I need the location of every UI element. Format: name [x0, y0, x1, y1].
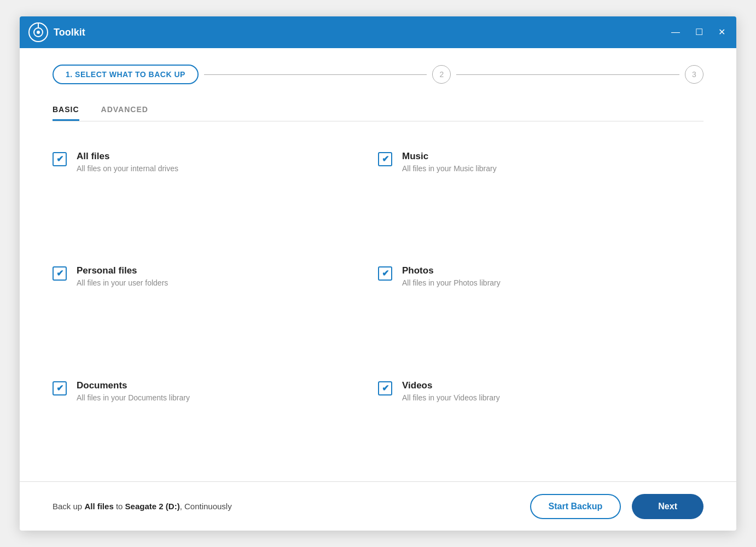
wizard-steps: 1. SELECT WHAT TO BACK UP 2 3: [53, 65, 703, 84]
option-videos-desc: All files in your Videos library: [402, 393, 500, 402]
checkbox-documents[interactable]: ✔: [53, 381, 67, 395]
option-personal-files-title: Personal files: [77, 265, 168, 276]
maximize-button[interactable]: ☐: [693, 26, 705, 39]
tab-bar: BASIC ADVANCED: [53, 100, 703, 121]
footer-middle: to: [114, 502, 125, 511]
option-all-files: ✔ All files All files on your internal d…: [53, 138, 378, 252]
option-documents-desc: All files in your Documents library: [77, 393, 190, 402]
step-1[interactable]: 1. SELECT WHAT TO BACK UP: [53, 65, 199, 84]
option-videos-title: Videos: [402, 380, 500, 391]
option-all-files-desc: All files on your internal drives: [77, 164, 178, 173]
app-title: Toolkit: [54, 27, 669, 38]
checkbox-all-files[interactable]: ✔: [53, 152, 67, 166]
close-button[interactable]: ✕: [716, 26, 728, 39]
main-content: 1. SELECT WHAT TO BACK UP 2 3 BASIC ADVA…: [20, 48, 736, 481]
option-personal-files-desc: All files in your user folders: [77, 278, 168, 287]
footer-suffix: , Continuously: [180, 502, 232, 511]
option-photos: ✔ Photos All files in your Photos librar…: [378, 252, 703, 366]
footer-info: Back up All files to Seagate 2 (D:), Con…: [53, 502, 530, 511]
checkmark-music: ✔: [382, 155, 389, 164]
tab-basic[interactable]: BASIC: [53, 100, 79, 121]
step-3[interactable]: 3: [685, 65, 703, 84]
titlebar: Toolkit — ☐ ✕: [20, 16, 736, 48]
step-line-2: [456, 74, 679, 75]
footer-actions: Start Backup Next: [530, 494, 703, 519]
checkmark-videos: ✔: [382, 384, 389, 393]
app-window: Toolkit — ☐ ✕ 1. SELECT WHAT TO BACK UP …: [20, 16, 736, 531]
option-music: ✔ Music All files in your Music library: [378, 138, 703, 252]
step-2[interactable]: 2: [432, 65, 451, 84]
footer-bold2: Seagate 2 (D:): [125, 502, 180, 511]
option-photos-desc: All files in your Photos library: [402, 278, 501, 287]
minimize-button[interactable]: —: [669, 26, 682, 39]
checkbox-music[interactable]: ✔: [378, 152, 392, 166]
option-photos-title: Photos: [402, 265, 501, 276]
checkmark-photos: ✔: [382, 269, 389, 278]
option-music-title: Music: [402, 151, 497, 162]
start-backup-button[interactable]: Start Backup: [530, 494, 621, 519]
options-grid: ✔ All files All files on your internal d…: [53, 138, 703, 481]
app-logo: [28, 22, 48, 42]
footer-bold1: All files: [84, 502, 113, 511]
footer: Back up All files to Seagate 2 (D:), Con…: [20, 481, 736, 531]
checkbox-photos[interactable]: ✔: [378, 266, 392, 281]
window-controls: — ☐ ✕: [669, 26, 728, 39]
checkbox-videos[interactable]: ✔: [378, 381, 392, 395]
footer-prefix: Back up: [53, 502, 84, 511]
svg-point-2: [37, 31, 40, 34]
checkbox-personal-files[interactable]: ✔: [53, 266, 67, 281]
option-all-files-title: All files: [77, 151, 178, 162]
checkmark-documents: ✔: [56, 384, 63, 393]
option-personal-files: ✔ Personal files All files in your user …: [53, 252, 378, 366]
tab-advanced[interactable]: ADVANCED: [101, 100, 148, 121]
checkmark-all-files: ✔: [56, 155, 63, 164]
step-line-1: [204, 74, 427, 75]
checkmark-personal-files: ✔: [56, 269, 63, 278]
option-documents: ✔ Documents All files in your Documents …: [53, 367, 378, 481]
option-documents-title: Documents: [77, 380, 190, 391]
option-videos: ✔ Videos All files in your Videos librar…: [378, 367, 703, 481]
option-music-desc: All files in your Music library: [402, 164, 497, 173]
next-button[interactable]: Next: [632, 494, 703, 519]
